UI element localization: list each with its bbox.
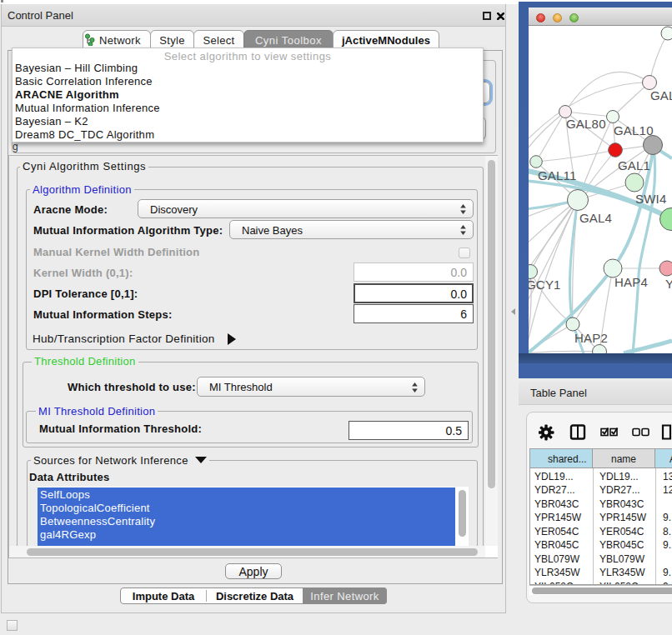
- svg-text:SWI4: SWI4: [635, 192, 666, 206]
- svg-text:GAL1: GAL1: [618, 158, 650, 172]
- svg-text:HAP2: HAP2: [574, 331, 608, 345]
- svg-text:HAP4: HAP4: [614, 275, 648, 289]
- svg-text:GAL2: GAL2: [650, 88, 672, 102]
- svg-text:Y: Y: [665, 277, 672, 291]
- svg-text:GAL4: GAL4: [579, 211, 612, 225]
- svg-text:GAL11: GAL11: [538, 168, 577, 182]
- svg-text:GAL10: GAL10: [614, 123, 654, 138]
- svg-text:GCY1: GCY1: [529, 278, 561, 292]
- svg-text:GAL80: GAL80: [566, 117, 606, 131]
